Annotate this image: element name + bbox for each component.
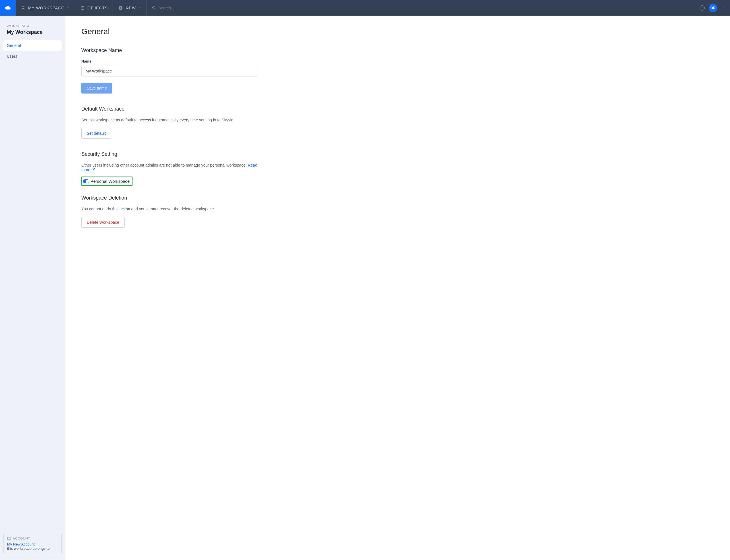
section-default-workspace: Default Workspace Set this workspace as … [81, 106, 258, 139]
svg-line-14 [155, 9, 155, 9]
chevron-down-icon [67, 6, 70, 9]
workspace-icon [21, 6, 25, 10]
sidebar-item-general[interactable]: General [3, 40, 62, 51]
svg-rect-6 [83, 7, 84, 8]
sidebar-item-users[interactable]: Users [3, 51, 62, 61]
user-avatar[interactable]: OR [709, 4, 717, 12]
external-link-icon [92, 168, 95, 171]
topbar-right: ? OR [694, 0, 730, 16]
topbar-objects[interactable]: OBJECTS [75, 0, 113, 16]
name-label: Name [81, 59, 258, 63]
default-workspace-heading: Default Workspace [81, 106, 258, 112]
svg-rect-7 [81, 9, 82, 10]
account-card: ACCOUNT My New Account this workspace be… [3, 533, 62, 554]
sidebar: WORKSPACE My Workspace General Users ACC… [0, 16, 65, 560]
deletion-heading: Workspace Deletion [81, 195, 258, 201]
security-heading: Security Setting [81, 151, 258, 157]
sidebar-crumb: WORKSPACE [3, 24, 62, 29]
plus-circle-icon [118, 6, 123, 10]
deletion-desc: You cannot undo this action and you cann… [81, 207, 258, 211]
account-link[interactable]: My New Account [7, 542, 35, 546]
svg-rect-15 [7, 537, 11, 540]
topbar-new-label: NEW [126, 6, 136, 10]
section-workspace-name: Workspace Name Name Save name [81, 47, 258, 94]
personal-workspace-highlight: Personal Workspace [81, 177, 132, 186]
workspace-name-heading: Workspace Name [81, 47, 258, 53]
section-security: Security Setting Other users including o… [81, 151, 258, 186]
svg-rect-1 [81, 6, 82, 7]
chevron-down-icon [138, 6, 141, 9]
svg-rect-5 [82, 7, 83, 8]
sidebar-workspace-title: My Workspace [3, 29, 62, 40]
search-input[interactable] [158, 6, 689, 10]
help-icon[interactable]: ? [700, 5, 705, 11]
workspace-name-input[interactable] [81, 66, 258, 76]
svg-line-17 [93, 169, 95, 170]
section-deletion: Workspace Deletion You cannot undo this … [81, 195, 258, 228]
topbar-objects-label: OBJECTS [88, 6, 108, 10]
svg-point-13 [152, 7, 155, 9]
account-belongs-text: this workspace belongs to [7, 546, 58, 551]
app-logo[interactable] [0, 0, 16, 16]
default-workspace-desc: Set this workspace as default to access … [81, 118, 258, 122]
grid-icon [80, 6, 85, 10]
security-desc: Other users including other account admi… [81, 163, 258, 172]
delete-workspace-button[interactable]: Delete Workspace [81, 217, 125, 228]
chevron-down-icon[interactable] [721, 6, 724, 9]
page-title: General [81, 27, 714, 36]
personal-workspace-label: Personal Workspace [90, 179, 130, 184]
svg-rect-8 [82, 9, 83, 10]
svg-rect-3 [83, 6, 84, 7]
main-content: General Workspace Name Name Save name De… [65, 16, 730, 560]
search-icon [152, 6, 156, 10]
topbar-my-workspace-label: MY WORKSPACE [28, 6, 64, 10]
set-default-button[interactable]: Set default [81, 128, 111, 139]
svg-rect-4 [81, 7, 82, 8]
svg-rect-2 [82, 6, 83, 7]
topbar-my-workspace[interactable]: MY WORKSPACE [16, 0, 75, 16]
account-card-header: ACCOUNT [7, 536, 58, 540]
topbar: MY WORKSPACE OBJECTS NEW ? OR [0, 0, 730, 16]
svg-point-0 [23, 6, 24, 7]
svg-rect-9 [83, 9, 84, 10]
topbar-new[interactable]: NEW [113, 0, 147, 16]
personal-workspace-toggle[interactable] [83, 179, 89, 183]
cloud-icon [4, 4, 12, 12]
topbar-search[interactable] [147, 0, 694, 16]
save-name-button[interactable]: Save name [81, 83, 112, 94]
card-icon [7, 536, 11, 540]
